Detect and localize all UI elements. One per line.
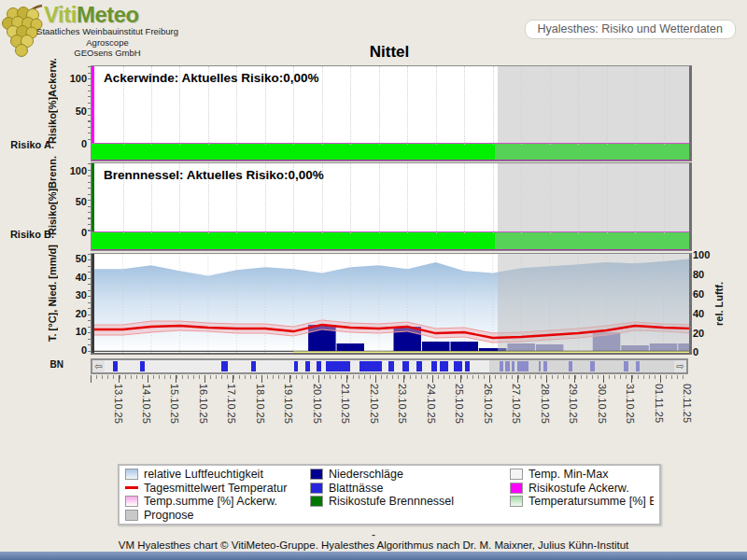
legend-item: Temp. Min-Max — [510, 468, 654, 482]
day-gridline — [521, 163, 522, 233]
x-axis-date-label: 23.10.25 — [397, 384, 408, 424]
risiko-brennnessel-swatch — [310, 496, 323, 507]
legend-item: Prognose — [125, 509, 310, 523]
day-gridline — [550, 66, 551, 145]
axis-minor-ticks — [88, 163, 91, 232]
leaf-wetness-segment — [569, 361, 572, 371]
x-axis-date-label: 01.11.25 — [654, 384, 665, 423]
day-gridline — [607, 66, 608, 145]
legend-label: Tagesmittelwert Temperatur — [144, 482, 287, 495]
scroll-left-arrow-icon[interactable]: ⇦ — [92, 360, 105, 372]
x-axis-date-label: 14.10.25 — [141, 384, 152, 424]
axis-minor-ticks — [88, 254, 91, 353]
legend-item: Temperatursumme [%] Brennnessel — [510, 495, 654, 509]
chart-brennnessel-risk[interactable]: Brennnessel: Aktuelles Risiko:0,00% — [91, 162, 692, 251]
x-axis-date-label: 02.11.25 — [682, 384, 693, 423]
leaf-wetness-segment — [221, 361, 228, 371]
day-gridline — [464, 163, 465, 233]
axis-tick-label: 60 — [693, 287, 725, 301]
niederschlag-swatch — [310, 469, 323, 480]
copyright-line: VM Hyalesthes chart © VitiMeteo-Gruppe. … — [0, 539, 747, 551]
y-axis-label-risiko-a: Risiko A. — [0, 139, 54, 150]
tempsum-ackerw-swatch — [125, 496, 138, 507]
axis-minor-ticks — [689, 254, 692, 353]
leaf-wetness-segment — [113, 361, 118, 371]
leaf-wetness-segment — [317, 361, 321, 371]
leaf-wetness-segment — [326, 361, 350, 371]
day-gridline — [493, 163, 494, 233]
day-gridline — [493, 66, 494, 145]
x-axis-date-label: 19.10.25 — [283, 384, 294, 424]
axis-tick-label: 100 — [52, 72, 87, 85]
brand-meteo: Meteo — [77, 2, 139, 27]
risk-level-bar-brennnessel — [92, 231, 689, 250]
x-axis-date-label: 29.10.25 — [568, 384, 579, 424]
brennnessel-plot-area: Brennnessel: Aktuelles Risiko:0,00% — [92, 163, 689, 233]
leaf-wetness-segment — [140, 361, 145, 371]
day-gridline — [407, 66, 408, 145]
tempsum-brennnessel-swatch — [510, 496, 523, 507]
day-gridline — [578, 66, 579, 145]
leaf-wetness-segment — [294, 361, 299, 371]
station-title: Nittel — [91, 43, 688, 62]
ackerwinde-plot-area: Ackerwinde: Aktuelles Risiko:0,00% — [92, 66, 689, 145]
chart-weather[interactable] — [91, 253, 692, 355]
axis-tick-label: 40 — [693, 307, 725, 320]
legend-label: relative Luftfeuchtigkeit — [144, 468, 263, 481]
leaf-wetness-segment — [416, 361, 422, 371]
axis-tick-label: 0 — [693, 345, 725, 358]
day-gridline — [322, 66, 323, 145]
axis-tick-label: 50 — [52, 105, 87, 118]
day-gridline — [407, 163, 408, 233]
axis-tick-label: 10 — [52, 325, 87, 338]
axis-tick-label: 80 — [693, 268, 725, 281]
axis-tick-label: 100 — [52, 164, 87, 177]
leaf-wetness-segment — [465, 361, 470, 371]
chart-legend: relative LuftfeuchtigkeitTagesmittelwert… — [118, 464, 661, 525]
day-gridline — [664, 163, 665, 233]
x-axis-date-label: 21.10.25 — [340, 384, 351, 424]
leaf-wetness-segment — [359, 361, 382, 371]
legend-item: relative Luftfeuchtigkeit — [125, 468, 310, 482]
legend-item: Tagesmittelwert Temperatur — [125, 482, 310, 496]
day-gridline — [436, 66, 437, 145]
leaf-wetness-segment — [251, 361, 256, 371]
leaf-wetness-segment — [402, 361, 409, 371]
legend-item: Temp.summe [%] Ackerw. — [125, 495, 310, 509]
day-gridline — [550, 163, 551, 233]
axis-minor-ticks — [88, 66, 91, 144]
x-axis-date-label: 22.10.25 — [369, 384, 380, 424]
scroll-right-arrow-icon[interactable]: ⇨ — [674, 360, 686, 372]
x-axis-date-label: 13.10.25 — [113, 384, 124, 424]
axis-tick-label: 20 — [693, 327, 725, 340]
leaf-wetness-segment — [543, 361, 547, 371]
x-axis-date-label: 28.10.25 — [540, 384, 551, 424]
legend-label: Temp.summe [%] Ackerw. — [144, 495, 277, 508]
legend-item: Risikostufe Brennnessel — [310, 495, 510, 509]
leaf-wetness-segment — [440, 361, 448, 371]
legend-label: Temperatursumme [%] Brennnessel — [529, 495, 654, 508]
legend-label: Blattnässe — [329, 482, 383, 495]
leaf-wetness-segment — [636, 361, 640, 371]
leaf-wetness-scrollbar[interactable]: ⇦ ⇨ — [91, 358, 688, 374]
day-gridline — [464, 66, 465, 145]
legend-item — [310, 509, 510, 523]
chart-ackerwinde-risk[interactable]: Ackerwinde: Aktuelles Risiko:0,00% — [91, 65, 692, 161]
prognose-swatch — [125, 510, 138, 521]
ruler-day-ticks — [91, 375, 688, 383]
vitimeteo-window: VitiMeteo Staatliches Weinbauinstitut Fr… — [0, 0, 747, 560]
x-axis-date-label: 25.10.25 — [454, 384, 465, 424]
axis-tick-label: 20 — [52, 307, 87, 320]
day-gridline — [379, 163, 380, 233]
legend-item: Blattnässe — [310, 482, 510, 496]
view-selector-button[interactable]: Hyalesthes: Risiko und Wetterdaten — [525, 20, 736, 39]
axis-tick-label: 0 — [52, 226, 87, 239]
leaf-wetness-axis-label: BN — [0, 359, 63, 370]
ackerwinde-risk-label: Ackerwinde: Aktuelles Risiko:0,00% — [104, 71, 319, 85]
minmax-swatch — [510, 469, 523, 480]
legend-item: Risikostufe Ackerw. — [510, 482, 654, 496]
x-axis-date-label: 16.10.25 — [198, 384, 209, 424]
x-axis-date-label: 27.10.25 — [511, 384, 522, 424]
x-axis-date-label: 18.10.25 — [255, 384, 266, 424]
risk-level-forecast — [495, 232, 689, 249]
